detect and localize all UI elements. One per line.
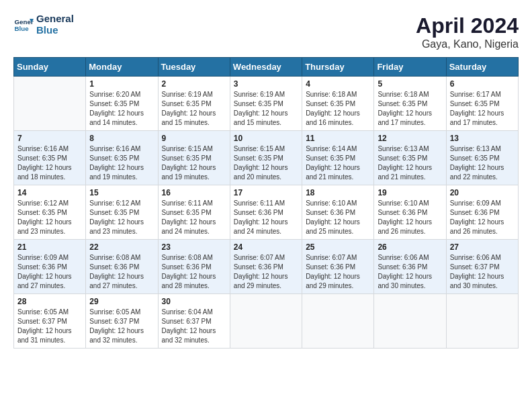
- calendar-table: SundayMondayTuesdayWednesdayThursdayFrid…: [13, 57, 519, 349]
- day-info: Sunrise: 6:20 AM Sunset: 6:35 PM Dayligh…: [89, 90, 154, 128]
- day-number: 3: [234, 79, 298, 89]
- day-number: 25: [306, 242, 370, 252]
- day-info: Sunrise: 6:11 AM Sunset: 6:36 PM Dayligh…: [234, 199, 298, 236]
- day-number: 17: [234, 188, 298, 197]
- day-number: 10: [234, 134, 298, 143]
- calendar-cell: 11Sunrise: 6:14 AM Sunset: 6:35 PM Dayli…: [302, 131, 374, 185]
- day-number: 2: [162, 79, 226, 89]
- calendar-cell: 23Sunrise: 6:08 AM Sunset: 6:36 PM Dayli…: [158, 240, 230, 294]
- day-info: Sunrise: 6:07 AM Sunset: 6:36 PM Dayligh…: [306, 253, 370, 291]
- day-info: Sunrise: 6:09 AM Sunset: 6:36 PM Dayligh…: [450, 199, 515, 236]
- logo-icon: General Blue: [13, 15, 34, 35]
- calendar-cell: 30Sunrise: 6:04 AM Sunset: 6:37 PM Dayli…: [158, 294, 230, 349]
- day-number: 13: [450, 134, 515, 143]
- page-header: General Blue General Blue April 2024 Gay…: [13, 13, 519, 50]
- col-header-thursday: Thursday: [302, 58, 374, 77]
- calendar-cell: 8Sunrise: 6:16 AM Sunset: 6:35 PM Daylig…: [86, 131, 158, 185]
- day-number: 14: [17, 188, 82, 197]
- calendar-cell: 9Sunrise: 6:15 AM Sunset: 6:35 PM Daylig…: [158, 131, 230, 185]
- day-number: 18: [306, 188, 370, 197]
- day-info: Sunrise: 6:05 AM Sunset: 6:37 PM Dayligh…: [17, 308, 82, 345]
- day-info: Sunrise: 6:16 AM Sunset: 6:35 PM Dayligh…: [89, 144, 154, 182]
- day-number: 28: [17, 297, 82, 306]
- day-number: 7: [17, 134, 82, 143]
- calendar-cell: 16Sunrise: 6:11 AM Sunset: 6:35 PM Dayli…: [158, 185, 230, 240]
- day-number: 30: [162, 297, 226, 306]
- calendar-cell: 5Sunrise: 6:18 AM Sunset: 6:35 PM Daylig…: [374, 77, 446, 131]
- calendar-cell: [446, 294, 518, 349]
- day-number: 8: [89, 134, 154, 143]
- calendar-cell: 13Sunrise: 6:13 AM Sunset: 6:35 PM Dayli…: [446, 131, 518, 185]
- day-info: Sunrise: 6:15 AM Sunset: 6:35 PM Dayligh…: [234, 144, 298, 182]
- day-number: 1: [89, 79, 154, 89]
- day-info: Sunrise: 6:10 AM Sunset: 6:36 PM Dayligh…: [378, 199, 442, 236]
- calendar-cell: 4Sunrise: 6:18 AM Sunset: 6:35 PM Daylig…: [302, 77, 374, 131]
- day-info: Sunrise: 6:08 AM Sunset: 6:36 PM Dayligh…: [89, 253, 154, 291]
- calendar-cell: 6Sunrise: 6:17 AM Sunset: 6:35 PM Daylig…: [446, 77, 518, 131]
- day-info: Sunrise: 6:15 AM Sunset: 6:35 PM Dayligh…: [162, 144, 226, 182]
- calendar-cell: [302, 294, 374, 349]
- day-info: Sunrise: 6:13 AM Sunset: 6:35 PM Dayligh…: [450, 144, 515, 182]
- col-header-saturday: Saturday: [446, 58, 518, 77]
- svg-text:Blue: Blue: [15, 25, 30, 32]
- day-number: 16: [162, 188, 226, 197]
- col-header-tuesday: Tuesday: [158, 58, 230, 77]
- day-info: Sunrise: 6:19 AM Sunset: 6:35 PM Dayligh…: [162, 90, 226, 128]
- day-number: 15: [89, 188, 154, 197]
- day-info: Sunrise: 6:18 AM Sunset: 6:35 PM Dayligh…: [378, 90, 442, 128]
- calendar-cell: 27Sunrise: 6:06 AM Sunset: 6:37 PM Dayli…: [446, 240, 518, 294]
- day-number: 12: [378, 134, 442, 143]
- calendar-cell: 21Sunrise: 6:09 AM Sunset: 6:36 PM Dayli…: [14, 240, 86, 294]
- day-number: 9: [162, 134, 226, 143]
- col-header-monday: Monday: [86, 58, 158, 77]
- day-number: 21: [17, 242, 82, 252]
- day-info: Sunrise: 6:06 AM Sunset: 6:36 PM Dayligh…: [378, 253, 442, 291]
- day-info: Sunrise: 6:05 AM Sunset: 6:37 PM Dayligh…: [89, 308, 154, 345]
- logo-text-blue: Blue: [36, 25, 74, 36]
- day-number: 29: [89, 297, 154, 306]
- logo-text-general: General: [36, 13, 74, 25]
- day-number: 26: [378, 242, 442, 252]
- day-number: 20: [450, 188, 515, 197]
- day-info: Sunrise: 6:08 AM Sunset: 6:36 PM Dayligh…: [162, 253, 226, 291]
- calendar-cell: 20Sunrise: 6:09 AM Sunset: 6:36 PM Dayli…: [446, 185, 518, 240]
- title-block: April 2024 Gaya, Kano, Nigeria: [416, 13, 519, 50]
- day-info: Sunrise: 6:18 AM Sunset: 6:35 PM Dayligh…: [306, 90, 370, 128]
- day-info: Sunrise: 6:14 AM Sunset: 6:35 PM Dayligh…: [306, 144, 370, 182]
- calendar-cell: 12Sunrise: 6:13 AM Sunset: 6:35 PM Dayli…: [374, 131, 446, 185]
- calendar-cell: [374, 294, 446, 349]
- calendar-subtitle: Gaya, Kano, Nigeria: [416, 38, 519, 50]
- calendar-cell: 28Sunrise: 6:05 AM Sunset: 6:37 PM Dayli…: [14, 294, 86, 349]
- day-number: 23: [162, 242, 226, 252]
- calendar-cell: 19Sunrise: 6:10 AM Sunset: 6:36 PM Dayli…: [374, 185, 446, 240]
- day-info: Sunrise: 6:19 AM Sunset: 6:35 PM Dayligh…: [234, 90, 298, 128]
- day-info: Sunrise: 6:12 AM Sunset: 6:35 PM Dayligh…: [17, 199, 82, 236]
- day-number: 4: [306, 79, 370, 89]
- calendar-cell: 10Sunrise: 6:15 AM Sunset: 6:35 PM Dayli…: [230, 131, 302, 185]
- day-info: Sunrise: 6:16 AM Sunset: 6:35 PM Dayligh…: [17, 144, 82, 182]
- calendar-cell: 2Sunrise: 6:19 AM Sunset: 6:35 PM Daylig…: [158, 77, 230, 131]
- calendar-cell: 7Sunrise: 6:16 AM Sunset: 6:35 PM Daylig…: [14, 131, 86, 185]
- day-info: Sunrise: 6:12 AM Sunset: 6:35 PM Dayligh…: [89, 199, 154, 236]
- day-info: Sunrise: 6:17 AM Sunset: 6:35 PM Dayligh…: [450, 90, 515, 128]
- day-info: Sunrise: 6:06 AM Sunset: 6:37 PM Dayligh…: [450, 253, 515, 291]
- calendar-cell: 24Sunrise: 6:07 AM Sunset: 6:36 PM Dayli…: [230, 240, 302, 294]
- calendar-cell: [14, 77, 86, 131]
- col-header-friday: Friday: [374, 58, 446, 77]
- day-number: 6: [450, 79, 515, 89]
- day-number: 5: [378, 79, 442, 89]
- calendar-cell: 17Sunrise: 6:11 AM Sunset: 6:36 PM Dayli…: [230, 185, 302, 240]
- day-info: Sunrise: 6:07 AM Sunset: 6:36 PM Dayligh…: [234, 253, 298, 291]
- day-number: 27: [450, 242, 515, 252]
- calendar-cell: 26Sunrise: 6:06 AM Sunset: 6:36 PM Dayli…: [374, 240, 446, 294]
- calendar-cell: 15Sunrise: 6:12 AM Sunset: 6:35 PM Dayli…: [86, 185, 158, 240]
- col-header-wednesday: Wednesday: [230, 58, 302, 77]
- col-header-sunday: Sunday: [14, 58, 86, 77]
- day-info: Sunrise: 6:11 AM Sunset: 6:35 PM Dayligh…: [162, 199, 226, 236]
- calendar-cell: 22Sunrise: 6:08 AM Sunset: 6:36 PM Dayli…: [86, 240, 158, 294]
- calendar-cell: 3Sunrise: 6:19 AM Sunset: 6:35 PM Daylig…: [230, 77, 302, 131]
- calendar-title: April 2024: [416, 13, 519, 38]
- calendar-cell: 18Sunrise: 6:10 AM Sunset: 6:36 PM Dayli…: [302, 185, 374, 240]
- day-info: Sunrise: 6:09 AM Sunset: 6:36 PM Dayligh…: [17, 253, 82, 291]
- day-info: Sunrise: 6:04 AM Sunset: 6:37 PM Dayligh…: [162, 308, 226, 345]
